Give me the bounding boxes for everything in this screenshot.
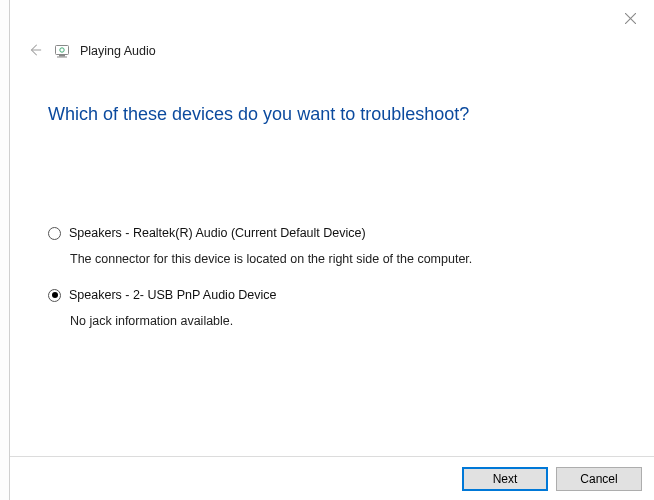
svg-rect-5 <box>57 57 67 58</box>
left-window-fragment <box>0 0 10 500</box>
cancel-button[interactable]: Cancel <box>556 467 642 491</box>
svg-rect-3 <box>56 46 69 55</box>
footer-bar: Next Cancel <box>10 456 654 500</box>
device-option-label: Speakers - 2- USB PnP Audio Device <box>69 288 277 302</box>
device-options: Speakers - Realtek(R) Audio (Current Def… <box>48 226 624 350</box>
close-icon <box>625 13 636 27</box>
troubleshooter-icon <box>54 43 70 59</box>
header-row: Playing Audio <box>26 42 156 60</box>
device-option-description: No jack information available. <box>70 314 624 328</box>
device-option-label: Speakers - Realtek(R) Audio (Current Def… <box>69 226 366 240</box>
device-option-1[interactable]: Speakers - 2- USB PnP Audio Device <box>48 288 624 302</box>
device-option-0[interactable]: Speakers - Realtek(R) Audio (Current Def… <box>48 226 624 240</box>
header-title: Playing Audio <box>80 44 156 58</box>
svg-rect-4 <box>59 55 65 57</box>
radio-icon-selected <box>48 289 61 302</box>
page-heading: Which of these devices do you want to tr… <box>48 104 469 125</box>
device-option-description: The connector for this device is located… <box>70 252 624 266</box>
back-arrow-icon <box>28 43 42 60</box>
back-button[interactable] <box>26 42 44 60</box>
next-button[interactable]: Next <box>462 467 548 491</box>
radio-icon <box>48 227 61 240</box>
close-button[interactable] <box>620 10 640 30</box>
